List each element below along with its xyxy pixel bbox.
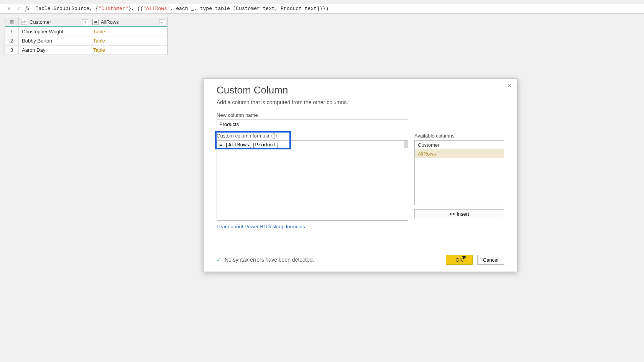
- table-row[interactable]: 1 Christopher Wright Table: [5, 27, 167, 36]
- type-text-icon: Aᵇ: [21, 19, 27, 25]
- column-label: Customer: [30, 19, 51, 25]
- fx-icon[interactable]: fx: [25, 5, 30, 12]
- table-row[interactable]: 2 Bobby Burton Table: [5, 36, 167, 46]
- new-column-label: New column name: [217, 112, 504, 118]
- cell-allrows[interactable]: Table: [90, 46, 167, 54]
- dialog-subtitle: Add a column that is computed from the o…: [217, 99, 504, 105]
- preview-corner[interactable]: ▦: [5, 17, 19, 26]
- cancel-button[interactable]: Cancel: [477, 255, 504, 265]
- info-icon[interactable]: i: [271, 133, 277, 139]
- cell-allrows[interactable]: Table: [90, 27, 167, 36]
- formula-eq: =: [33, 6, 36, 11]
- new-column-input[interactable]: [217, 120, 408, 129]
- expand-icon[interactable]: ↔: [159, 19, 165, 25]
- formula-label: Custom column formula: [217, 133, 269, 139]
- cell-customer: Aaron Day: [19, 46, 90, 54]
- formula-seg3: , each _, type table [Customer=text, Pro…: [170, 6, 329, 11]
- row-number: 2: [5, 36, 19, 45]
- cell-customer: Bobby Burton: [19, 36, 90, 45]
- chevron-down-icon[interactable]: ▾: [82, 19, 88, 25]
- insert-button[interactable]: << Insert: [414, 209, 504, 218]
- available-item-allrows[interactable]: AllRows: [415, 149, 504, 158]
- preview-header: ▦ Aᵇ Customer ▾ ▦ AllRows ↔: [5, 17, 167, 27]
- learn-more-link[interactable]: Learn about Power BI Desktop formulas: [217, 224, 305, 229]
- scrollbar[interactable]: [404, 141, 408, 148]
- accept-icon[interactable]: ✓: [15, 5, 22, 12]
- available-columns-label: Available columns: [414, 133, 504, 139]
- table-row[interactable]: 3 Aaron Day Table: [5, 46, 167, 55]
- row-number: 1: [5, 27, 19, 36]
- available-columns-list[interactable]: Customer AllRows: [414, 140, 504, 205]
- cell-customer: Christopher Wright: [19, 27, 90, 36]
- formula-seg1: Table.Group(Source, {: [36, 6, 99, 11]
- formula-seg2: }, {{: [128, 6, 143, 11]
- preview-grid: ▦ Aᵇ Customer ▾ ▦ AllRows ↔ 1 Christophe…: [5, 17, 168, 55]
- column-label: AllRows: [101, 19, 119, 25]
- type-table-icon: ▦: [92, 19, 99, 25]
- formula-str1: "Customer": [98, 6, 128, 11]
- formula-bar: ✕ ✓ fx = Table.Group(Source, { "Customer…: [0, 4, 644, 14]
- table-icon: ▦: [10, 19, 14, 25]
- formula-textarea[interactable]: [217, 140, 408, 221]
- close-icon[interactable]: ✕: [505, 81, 513, 90]
- status-text: No syntax errors have been detected.: [225, 257, 314, 263]
- column-header-allrows[interactable]: ▦ AllRows ↔: [90, 17, 167, 26]
- cancel-icon[interactable]: ✕: [5, 5, 12, 12]
- cell-allrows[interactable]: Table: [90, 36, 167, 45]
- dialog-title: Custom Column: [217, 84, 504, 96]
- ok-button[interactable]: OK: [446, 255, 473, 265]
- custom-column-dialog: ✕ Custom Column Add a column that is com…: [203, 79, 518, 272]
- check-icon: ✓: [217, 256, 222, 263]
- formula-text[interactable]: = Table.Group(Source, { "Customer" }, {{…: [33, 6, 329, 11]
- available-item-customer[interactable]: Customer: [415, 141, 504, 149]
- formula-str2: "AllRows": [143, 6, 170, 11]
- row-number: 3: [5, 46, 19, 54]
- column-header-customer[interactable]: Aᵇ Customer ▾: [19, 17, 90, 26]
